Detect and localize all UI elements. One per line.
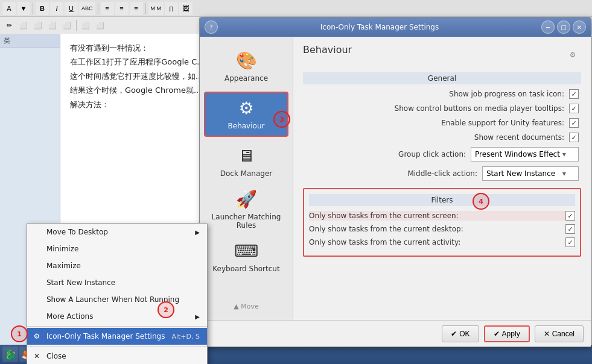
align-center-btn[interactable]: ≡ <box>115 2 129 15</box>
nav-dock-wrapper: 🖥 Dock Manager <box>204 138 288 186</box>
cancel-button[interactable]: ✕ Cancel <box>535 325 584 342</box>
checkbox-job-progress[interactable] <box>569 89 579 99</box>
special-btn2[interactable]: ∏ <box>165 2 178 15</box>
ok-button[interactable]: ✔ OK <box>442 325 479 342</box>
square-btn3[interactable]: ⬜ <box>46 19 59 32</box>
dialog-close-btn[interactable]: ✕ <box>573 20 586 34</box>
strikethrough-btn[interactable]: ABC <box>79 2 95 15</box>
ctx-separator1 <box>27 326 207 327</box>
nav-appearance-label: Appearance <box>224 74 268 83</box>
annotation-4: 4 <box>473 193 489 210</box>
ctx-minimize[interactable]: Minimize <box>27 240 207 257</box>
ctx-minimize-label: Minimize <box>46 245 78 253</box>
ctx-show-launcher[interactable]: Show A Launcher When Not Running <box>27 291 207 308</box>
setting-label-unity: Enable support for Unity features: <box>305 119 564 127</box>
dialog-minimize-btn[interactable]: ─ <box>541 20 555 34</box>
checkbox-control-buttons[interactable] <box>569 104 579 113</box>
dialog-titlebar: ? Icon-Only Task Manager Settings ─ □ ✕ <box>200 17 591 37</box>
nav-keyboard-label: Keyboard Shortcut <box>212 265 279 273</box>
nav-item-dock[interactable]: 🖥 Dock Manager <box>204 139 288 184</box>
ctx-icon-only-settings[interactable]: ⚙ Icon-Only Task Manager Settings Alt+D,… <box>27 328 207 345</box>
dropdown-middle-click[interactable]: Start New Instance <box>482 166 579 181</box>
ctx-more-actions[interactable]: More Actions ▶ <box>27 308 207 325</box>
setting-row-middle-click: Middle-click action: Start New Instance <box>303 166 581 181</box>
checkbox-filter-activity[interactable] <box>565 237 575 247</box>
checkbox-unity[interactable] <box>569 118 579 128</box>
ctx-start-new-label: Start New Instance <box>46 278 115 287</box>
nav-item-launcher[interactable]: 🚀 Launcher Matching Rules <box>204 187 288 232</box>
dock-icon: 🖥 <box>238 146 255 166</box>
align-right-btn[interactable]: ≡ <box>130 2 143 15</box>
ctx-move-arrow: ▶ <box>195 229 200 236</box>
setting-row-job-progress: Show job progress on task icon: <box>303 89 581 99</box>
toolbar-row1: A ▼ B I U ABC ≡ ≡ ≡ M M ∏ 🖼 <box>0 0 592 17</box>
annotation-1: 1 <box>11 325 28 342</box>
dialog-nav: 🎨 Appearance ⚙ Behaviour 🖥 Dock Manager <box>200 37 293 320</box>
setting-label-middle-click-text: Middle-click action: <box>407 169 477 178</box>
nav-item-keyboard[interactable]: ⌨ Keyboard Shortcut <box>204 234 288 280</box>
apply-icon: ✔ <box>494 330 500 338</box>
setting-label-control: Show control buttons on media player too… <box>305 104 564 113</box>
setting-label-job: Show job progress on task icon: <box>305 90 564 98</box>
ctx-start-new[interactable]: Start New Instance <box>27 274 207 291</box>
special-btn1[interactable]: M M <box>148 2 164 15</box>
chart-btn[interactable]: ⬜ <box>94 19 107 32</box>
bold-btn[interactable]: B <box>36 2 49 15</box>
dialog-help-btn[interactable]: ? <box>205 20 218 34</box>
setting-label-group-click-text: Group click action: <box>398 150 466 158</box>
ctx-settings-shortcut: Alt+D, S <box>171 333 200 340</box>
appearance-icon: 🎨 <box>236 51 257 71</box>
dialog-right-panel: Behaviour ⚙ General Show job progress on… <box>293 37 591 320</box>
square-btn1[interactable]: ⬜ <box>17 19 30 32</box>
filter-label-desktop-text: Only show tasks from the current desktop… <box>309 225 463 233</box>
dropdown-middle-click-value: Start New Instance <box>486 169 555 178</box>
ctx-close[interactable]: ✕ Close <box>27 348 207 364</box>
font-btn[interactable]: A <box>2 2 16 15</box>
square-btn2[interactable]: ⬜ <box>31 19 45 32</box>
launcher-icon: 🚀 <box>236 189 257 209</box>
ctx-move-to-desktop[interactable]: Move To Desktop ▶ <box>27 224 207 240</box>
nav-launcher-label: Launcher Matching Rules <box>204 213 288 230</box>
ctx-settings-label: Icon-Only Task Manager Settings <box>46 332 165 340</box>
nav-item-appearance[interactable]: 🎨 Appearance <box>204 44 288 89</box>
taskbar-start-icon[interactable]: 🐉 <box>2 347 18 362</box>
filter-row-desktop: Only show tasks from the current desktop… <box>309 224 575 234</box>
insert-image-btn[interactable]: 🖼 <box>179 2 193 15</box>
ctx-more-actions-label: More Actions <box>46 312 93 321</box>
dropdown-group-click-value: Present Windows Effect <box>475 150 560 158</box>
filter-label-activity-text: Only show tasks from the current activit… <box>309 238 460 246</box>
dropdown-group-click[interactable]: Present Windows Effect <box>471 147 579 162</box>
table-btn[interactable]: ⬜ <box>79 19 92 32</box>
checkbox-filter-desktop[interactable] <box>565 224 575 234</box>
nav-move-arrow[interactable]: ▲ Move <box>204 297 288 315</box>
pencil-btn[interactable]: ✏ <box>2 19 16 32</box>
nav-dock-label: Dock Manager <box>220 169 273 178</box>
sidebar-label: 类 <box>0 34 60 48</box>
ctx-maximize[interactable]: Maximize <box>27 257 207 274</box>
setting-row-control-buttons: Show control buttons on media player too… <box>303 104 581 113</box>
filters-section-header: Filters <box>309 194 575 206</box>
setting-row-group-click: Group click action: Present Windows Effe… <box>303 147 581 162</box>
behaviour-icon: ⚙ <box>238 98 253 118</box>
filter-row-screen: Only show tasks from the current screen: <box>309 211 575 221</box>
ok-label: OK <box>459 330 469 338</box>
italic-btn[interactable]: I <box>50 2 63 15</box>
align-left-btn[interactable]: ≡ <box>101 2 114 15</box>
settings-dialog: ? Icon-Only Task Manager Settings ─ □ ✕ … <box>199 17 591 347</box>
nav-arrow-label: ▲ Move <box>234 303 258 310</box>
setting-row-unity: Enable support for Unity features: <box>303 118 581 128</box>
checkbox-filter-screen[interactable] <box>565 211 575 221</box>
setting-label-middle-click: Middle-click action: <box>305 169 477 178</box>
font-dropdown[interactable]: ▼ <box>17 2 30 15</box>
nav-launcher-wrapper: 🚀 Launcher Matching Rules <box>204 186 288 233</box>
filters-section: Filters Only show tasks from the current… <box>303 188 581 257</box>
filter-row-activity: Only show tasks from the current activit… <box>309 237 575 247</box>
checkbox-recent[interactable] <box>569 133 579 142</box>
square-btn4[interactable]: ⬜ <box>60 19 74 32</box>
filter-label-screen: Only show tasks from the current screen: <box>309 212 459 220</box>
setting-label-recent: Show recent documents: <box>305 133 564 142</box>
underline-btn[interactable]: U <box>65 2 78 15</box>
toolbar-sep3 <box>145 3 146 14</box>
apply-button[interactable]: ✔ Apply <box>484 325 530 342</box>
dialog-maximize-btn[interactable]: □ <box>557 20 570 34</box>
